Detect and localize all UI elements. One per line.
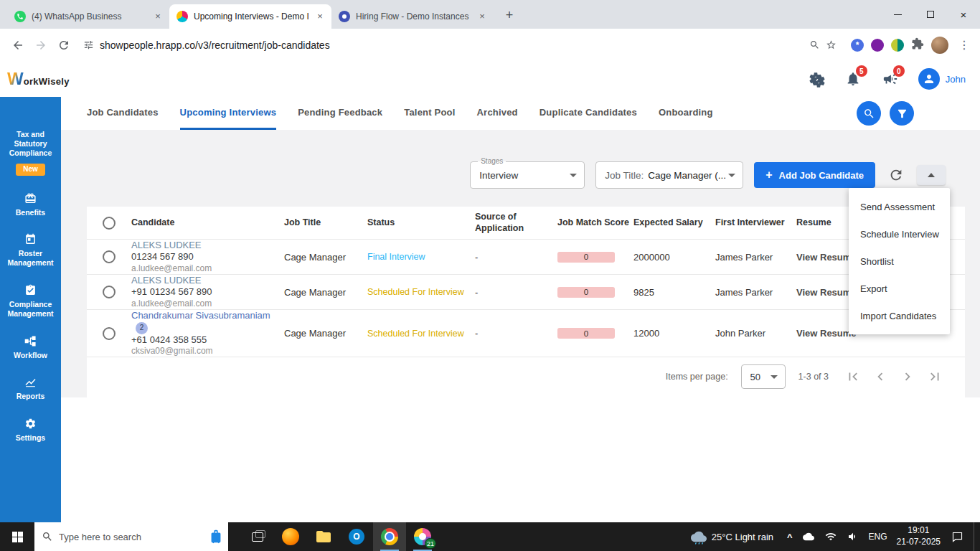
tab-upcoming-interviews[interactable]: Upcoming Interviews (180, 97, 277, 130)
more-actions-toggle-button[interactable] (917, 165, 946, 185)
taskbar-clock[interactable]: 19:01 21-07-2025 (897, 525, 941, 547)
search-highlight-luggage-icon[interactable] (208, 529, 224, 545)
menu-item-shortlist[interactable]: Shortlist (849, 248, 950, 275)
candidate-email: a.ludkee@email.com (131, 298, 278, 310)
candidate-phone: +61 0424 358 555 (131, 334, 278, 346)
items-per-page-select[interactable]: 50 (741, 364, 786, 389)
weather-widget[interactable]: 25°C Light rain (691, 529, 778, 545)
window-close-button[interactable]: × (947, 0, 980, 29)
sidebar-item-settings[interactable]: Settings (2, 418, 60, 443)
browser-profile-avatar[interactable] (931, 37, 948, 54)
app-sidebar: Tax and Statutory Compliance New Benefit… (0, 97, 61, 522)
language-indicator[interactable]: ENG (869, 532, 887, 542)
select-all-checkbox[interactable] (103, 217, 116, 230)
first-page-button[interactable] (844, 368, 862, 385)
taskbar-search-input[interactable] (59, 532, 221, 542)
onedrive-cloud-icon[interactable] (802, 530, 815, 543)
new-tab-button[interactable]: + (499, 6, 519, 26)
tab-onboarding[interactable]: Onboarding (659, 97, 713, 130)
menu-item-schedule-interview[interactable]: Schedule Interview (849, 220, 950, 248)
items-per-page-label: Items per page: (666, 372, 728, 382)
browser-tab-upcoming-interviews[interactable]: Upcoming Interviews - Demo In × (169, 4, 331, 29)
start-button[interactable] (0, 522, 34, 551)
taskbar-app-outlook[interactable]: O (340, 522, 373, 551)
tab-close-icon[interactable]: × (314, 11, 326, 22)
sidebar-item-label: Tax and Statutory Compliance (2, 130, 60, 157)
zoom-icon[interactable] (809, 39, 820, 50)
candidate-name-link[interactable]: ALEKS LUDKEE (131, 240, 278, 251)
sidebar-item-workflow[interactable]: Workflow (2, 335, 60, 360)
task-view-button[interactable] (241, 522, 274, 551)
taskbar-app-hrapp[interactable]: 21 (406, 522, 439, 551)
sidebar-item-tax-statutory-compliance[interactable]: Tax and Statutory Compliance New (2, 130, 60, 176)
browser-tab-whatsapp[interactable]: (4) WhatsApp Business × (7, 4, 169, 29)
browser-tab-hiring-flow[interactable]: Hiring Flow - Demo Instances | × (331, 4, 494, 29)
tab-close-icon[interactable]: × (476, 11, 488, 22)
job-title-value: Cage Manager (... (648, 170, 726, 181)
window-maximize-button[interactable] (914, 0, 947, 29)
taskbar-app-chrome[interactable] (373, 522, 406, 551)
stages-select[interactable]: Stages Interview (470, 161, 585, 189)
last-page-button[interactable] (926, 368, 943, 385)
menu-item-import-candidates[interactable]: Import Candidates (849, 302, 950, 329)
tab-job-candidates[interactable]: Job Candidates (87, 97, 159, 130)
sidebar-item-roster-management[interactable]: Roster Management (2, 233, 60, 268)
tab-close-icon[interactable]: × (152, 11, 164, 22)
view-resume-link[interactable]: View Resume (796, 252, 857, 263)
url-bar[interactable]: showpeople.hrapp.co/v3/recruitment/job-c… (76, 33, 844, 57)
extensions-puzzle-icon[interactable] (911, 37, 924, 52)
actions-dropdown-menu: Send Assessment Schedule Interview Short… (849, 188, 950, 334)
menu-item-export[interactable]: Export (849, 275, 950, 302)
show-desktop-button[interactable] (974, 522, 977, 551)
tab-pending-feedback[interactable]: Pending Feedback (298, 97, 382, 130)
view-resume-link[interactable]: View Resume (796, 287, 857, 298)
view-resume-link[interactable]: View Resume (796, 328, 857, 339)
search-button[interactable] (857, 101, 881, 126)
extension-icon[interactable] (871, 39, 884, 52)
tab-archived[interactable]: Archived (477, 97, 518, 130)
workwisely-logo[interactable]: WorkWisely (7, 69, 70, 89)
menu-item-send-assessment[interactable]: Send Assessment (849, 193, 950, 220)
tab-duplicate-candidates[interactable]: Duplicate Candidates (540, 97, 637, 130)
candidate-email: a.ludkee@email.com (131, 263, 278, 275)
row-checkbox[interactable] (103, 327, 116, 340)
column-header-score: Job Match Score (557, 217, 633, 229)
candidate-name-link[interactable]: ALEKS LUDKEE (131, 275, 278, 286)
notifications-bell-icon[interactable]: 5 (844, 70, 862, 88)
user-menu[interactable]: John (918, 68, 966, 90)
job-title-select[interactable]: Job Title: Cage Manager (... (595, 161, 743, 189)
refresh-button[interactable] (886, 165, 906, 185)
row-checkbox[interactable] (103, 250, 116, 263)
tray-expand-icon[interactable]: ^ (787, 532, 793, 542)
extension-icon[interactable] (891, 39, 904, 52)
window-minimize-button[interactable] (881, 0, 914, 29)
announcements-megaphone-icon[interactable]: 0 (881, 70, 900, 88)
extension-icon[interactable]: * (851, 39, 864, 52)
taskbar-app-file-explorer[interactable] (307, 522, 340, 551)
taskbar-search-box[interactable] (34, 522, 228, 551)
filter-button[interactable] (890, 101, 914, 126)
sidebar-item-label: Workflow (14, 351, 47, 360)
add-job-candidate-button[interactable]: + Add Job Candidate (754, 162, 875, 188)
row-checkbox[interactable] (103, 286, 116, 298)
gift-icon (24, 192, 37, 204)
expected-salary-cell: 9825 (633, 287, 715, 298)
admin-gears-icon[interactable] (806, 70, 825, 88)
previous-page-button[interactable] (872, 368, 889, 385)
sidebar-item-reports[interactable]: Reports (2, 376, 60, 401)
logo-mark: W (7, 69, 24, 89)
sidebar-item-benefits[interactable]: Benefits (2, 192, 60, 217)
bookmark-star-icon[interactable] (826, 39, 837, 50)
volume-icon[interactable] (847, 530, 859, 543)
back-icon[interactable] (7, 34, 29, 56)
network-wifi-icon[interactable] (824, 530, 837, 543)
reload-icon[interactable] (53, 34, 75, 56)
tab-talent-pool[interactable]: Talent Pool (404, 97, 455, 130)
forward-icon[interactable] (30, 34, 52, 56)
next-page-button[interactable] (899, 368, 916, 385)
action-center-icon[interactable] (950, 529, 964, 544)
taskbar-app-firefox[interactable] (274, 522, 307, 551)
candidate-name-link[interactable]: Chandrakumar Sivasubramaniam2 (131, 310, 278, 334)
browser-menu-icon[interactable]: ⋮ (956, 38, 973, 52)
sidebar-item-compliance-management[interactable]: Compliance Management (2, 284, 60, 319)
